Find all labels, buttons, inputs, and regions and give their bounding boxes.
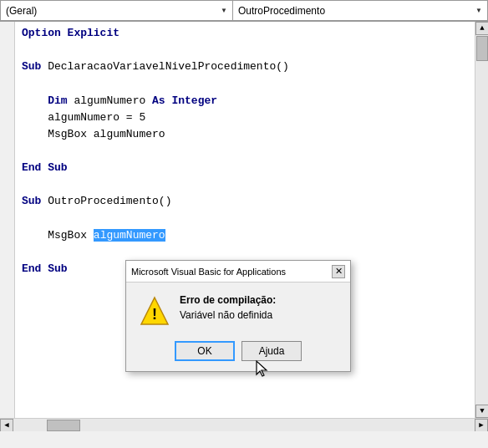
right-dropdown[interactable]: OutroProcedimento ▼ [232, 0, 488, 21]
error-message: Variável não definida [180, 309, 276, 321]
ok-button[interactable]: OK [175, 341, 235, 361]
h-scroll-thumb[interactable] [47, 420, 80, 431]
error-dialog: Microsoft Visual Basic for Applications … [125, 260, 351, 372]
scroll-up-button[interactable]: ▲ [475, 22, 488, 35]
dialog-body: ! Erro de compilação: Variável não defin… [126, 283, 350, 334]
right-dropdown-arrow: ▼ [475, 7, 482, 14]
scroll-left-button[interactable]: ◀ [0, 419, 13, 432]
scroll-track[interactable] [475, 35, 488, 405]
dialog-title: Microsoft Visual Basic for Applications [131, 267, 286, 277]
help-button[interactable]: Ajuda [241, 341, 302, 361]
left-dropdown-arrow: ▼ [221, 7, 227, 14]
horizontal-scrollbar: ◀ ▶ [0, 418, 488, 431]
left-dropdown[interactable]: (Geral) ▼ [0, 0, 232, 21]
svg-text:!: ! [152, 306, 157, 323]
h-scroll-track[interactable] [13, 419, 475, 432]
dialog-buttons: OK Ajuda [126, 334, 350, 371]
scroll-down-button[interactable]: ▼ [475, 405, 488, 418]
right-dropdown-value: OutroProcedimento [238, 5, 325, 17]
dialog-close-button[interactable]: ✕ [332, 265, 345, 278]
top-bar: (Geral) ▼ OutroProcedimento ▼ [0, 0, 488, 22]
warning-icon: ! [140, 296, 170, 326]
error-label: Erro de compilação: [180, 294, 276, 306]
line-number-gutter [0, 22, 15, 431]
dialog-titlebar: Microsoft Visual Basic for Applications … [126, 261, 350, 283]
vertical-scrollbar: ▲ ▼ [475, 22, 488, 418]
dialog-text: Erro de compilação: Variável não definid… [180, 294, 276, 321]
scroll-right-button[interactable]: ▶ [475, 419, 488, 432]
scroll-thumb[interactable] [476, 36, 488, 61]
code-editor: Option Explicit Sub DeclaracaoVariavelNi… [0, 22, 488, 431]
left-dropdown-value: (Geral) [6, 5, 37, 17]
